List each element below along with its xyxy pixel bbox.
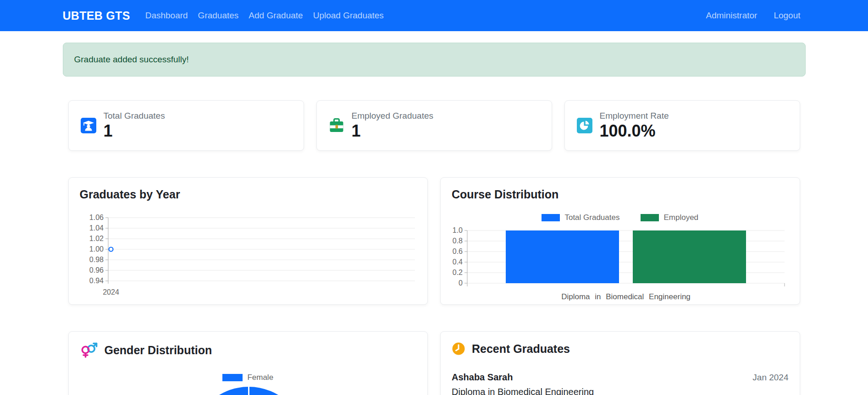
gender-icon <box>80 342 98 358</box>
stat-label: Total Graduates <box>104 111 165 121</box>
pie-chart-icon <box>577 118 592 133</box>
legend-label: Employed <box>663 213 698 222</box>
graduate-date: Jan 2024 <box>752 373 788 383</box>
stat-label: Employed Graduates <box>352 111 434 121</box>
svg-text:0: 0 <box>459 279 463 287</box>
briefcase-icon <box>329 118 344 133</box>
graduates-by-year-card: Graduates by Year 1.061.041.021.000.980.… <box>68 177 428 305</box>
navbar: UBTEB GTS Dashboard Graduates Add Gradua… <box>0 0 868 31</box>
charts-row: Graduates by Year 1.061.041.021.000.980.… <box>68 177 800 305</box>
main-content: Graduate added successfully! Total Gradu… <box>63 43 806 395</box>
stat-text: Employed Graduates 1 <box>352 111 434 140</box>
svg-text:0.2: 0.2 <box>453 269 463 276</box>
stat-text: Employment Rate 100.0% <box>600 111 669 140</box>
bottom-row: Gender Distribution Female <box>68 331 800 395</box>
stat-card-total-graduates: Total Graduates 1 <box>68 100 304 151</box>
course-distribution-chart: 1.00.80.60.40.20Diploma in Biomedical En… <box>452 226 787 304</box>
legend-swatch <box>222 374 243 381</box>
brand-link[interactable]: UBTEB GTS <box>63 9 130 22</box>
legend-swatch <box>542 214 560 221</box>
stat-label: Employment Rate <box>600 111 669 121</box>
dashboard-page: UBTEB GTS Dashboard Graduates Add Gradua… <box>0 0 868 395</box>
success-alert: Graduate added successfully! <box>63 43 806 77</box>
chart-title: Course Distribution <box>452 188 789 201</box>
legend-label: Total Graduates <box>564 213 619 222</box>
legend-label: Female <box>247 373 273 382</box>
card-title-row: Recent Graduates <box>452 342 789 356</box>
stats-row: Total Graduates 1 Employed Graduates 1 <box>68 100 800 151</box>
svg-text:2024: 2024 <box>103 288 119 296</box>
nav-right: Administrator Logout <box>701 11 805 21</box>
legend-item-total-graduates: Total Graduates <box>542 213 619 222</box>
graduates-by-year-chart: 1.061.041.021.000.980.960.942024 <box>80 211 418 299</box>
svg-text:1.0: 1.0 <box>453 226 463 234</box>
legend-item-female: Female <box>222 373 273 382</box>
card-title: Recent Graduates <box>472 342 570 356</box>
nav-links: Dashboard Graduates Add Graduate Upload … <box>140 11 389 21</box>
svg-text:0.4: 0.4 <box>453 258 463 266</box>
svg-text:0.94: 0.94 <box>89 277 103 285</box>
bar-chart-legend: Total Graduates Employed <box>452 213 789 222</box>
recent-graduates-card: Recent Graduates Ashaba Sarah Jan 2024 D… <box>440 331 800 395</box>
nav-item-graduates[interactable]: Graduates <box>193 11 244 21</box>
svg-text:0.98: 0.98 <box>89 256 103 263</box>
svg-text:1.06: 1.06 <box>89 214 103 221</box>
stat-value: 100.0% <box>600 122 669 140</box>
legend-item-employed: Employed <box>641 213 698 222</box>
chart-area: 1.061.041.021.000.980.960.942024 <box>80 211 417 299</box>
stat-value: 1 <box>104 122 165 140</box>
stat-card-employed-graduates: Employed Graduates 1 <box>316 100 552 151</box>
svg-text:0.6: 0.6 <box>453 247 463 255</box>
graduate-name: Ashaba Sarah <box>452 372 513 383</box>
chart-area <box>80 386 417 395</box>
pie-chart-legend: Female <box>80 373 417 382</box>
course-distribution-card: Course Distribution Total Graduates Empl… <box>440 177 800 305</box>
nav-item-dashboard[interactable]: Dashboard <box>140 11 193 21</box>
stat-text: Total Graduates 1 <box>104 111 165 140</box>
chart-title: Graduates by Year <box>80 188 417 201</box>
nav-item-logout[interactable]: Logout <box>768 11 805 21</box>
legend-swatch <box>641 214 659 221</box>
svg-text:1.02: 1.02 <box>89 235 103 242</box>
graduate-row: Ashaba Sarah Jan 2024 <box>452 372 789 383</box>
stat-card-employment-rate: Employment Rate 100.0% <box>564 100 800 151</box>
stat-value: 1 <box>352 122 434 140</box>
navbar-inner: UBTEB GTS Dashboard Graduates Add Gradua… <box>63 9 806 22</box>
svg-text:1.04: 1.04 <box>89 224 103 232</box>
nav-item-administrator[interactable]: Administrator <box>701 11 762 21</box>
nav-item-upload-graduates[interactable]: Upload Graduates <box>308 11 389 21</box>
graduate-list-item: Ashaba Sarah Jan 2024 Diploma in Biomedi… <box>452 372 789 395</box>
chart-title: Gender Distribution <box>105 344 212 357</box>
svg-text:0.96: 0.96 <box>89 266 103 274</box>
graduate-icon <box>81 118 96 133</box>
graduate-course: Diploma in Biomedical Engineering <box>452 387 789 395</box>
svg-text:1.00: 1.00 <box>89 245 103 253</box>
svg-text:0.8: 0.8 <box>453 237 463 245</box>
chart-area: 1.00.80.60.40.20Diploma in Biomedical En… <box>452 226 789 304</box>
nav-item-add-graduate[interactable]: Add Graduate <box>243 11 308 21</box>
gender-distribution-chart <box>80 386 417 395</box>
gender-distribution-card: Gender Distribution Female <box>68 331 428 395</box>
svg-text:Diploma in Biomedical Engineer: Diploma in Biomedical Engineering <box>561 292 691 301</box>
clock-icon <box>452 342 465 356</box>
card-title-row: Gender Distribution <box>80 342 417 358</box>
